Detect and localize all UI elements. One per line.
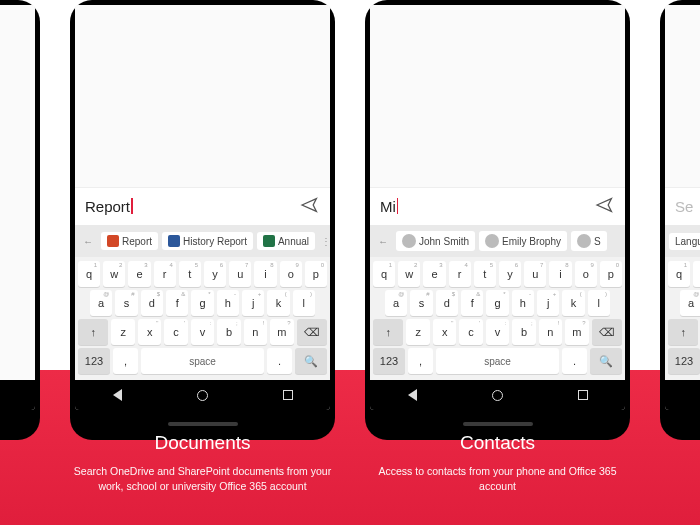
- caption-body: Access to contacts from your phone and O…: [365, 464, 630, 494]
- key-period[interactable]: .: [562, 348, 587, 374]
- key-k[interactable]: k(: [267, 290, 289, 316]
- key-d[interactable]: d$: [436, 290, 458, 316]
- key-i[interactable]: i8: [549, 261, 571, 287]
- key-c[interactable]: c': [164, 319, 187, 345]
- key-backspace[interactable]: ⌫: [592, 319, 622, 345]
- key-space[interactable]: space: [141, 348, 264, 374]
- key-backspace[interactable]: ⌫: [297, 319, 327, 345]
- person-icon: [402, 234, 416, 248]
- key-numbers[interactable]: 123: [78, 348, 110, 374]
- key-o[interactable]: o9: [575, 261, 597, 287]
- key-z[interactable]: z: [406, 319, 429, 345]
- key-n[interactable]: n!: [244, 319, 267, 345]
- key-v[interactable]: v:: [486, 319, 509, 345]
- text-input[interactable]: Se: [675, 196, 700, 217]
- key-r[interactable]: r4: [154, 261, 176, 287]
- send-icon[interactable]: [300, 197, 320, 217]
- key-l[interactable]: l): [588, 290, 610, 316]
- key-s[interactable]: s#: [115, 290, 137, 316]
- key-k[interactable]: k(: [562, 290, 584, 316]
- key-c[interactable]: c': [459, 319, 482, 345]
- key-g[interactable]: g*: [191, 290, 213, 316]
- text-input[interactable]: Mi: [380, 196, 595, 217]
- suggestion-item[interactable]: History Report: [162, 232, 253, 250]
- person-icon: [485, 234, 499, 248]
- key-m[interactable]: m?: [565, 319, 588, 345]
- key-w[interactable]: w2: [693, 261, 700, 287]
- send-icon[interactable]: [595, 197, 615, 217]
- suggestion-item[interactable]: Emily Brophy: [479, 231, 567, 251]
- key-f[interactable]: f&: [166, 290, 188, 316]
- key-n[interactable]: n!: [539, 319, 562, 345]
- suggestion-back-icon[interactable]: ←: [79, 236, 97, 247]
- suggestion-item[interactable]: John Smith: [396, 231, 475, 251]
- nav-home-icon[interactable]: [492, 390, 503, 401]
- suggestion-back-icon[interactable]: ←: [374, 236, 392, 247]
- key-shift[interactable]: ↑: [78, 319, 108, 345]
- key-j[interactable]: j+: [242, 290, 264, 316]
- suggestion-bar: ← John Smith Emily Brophy S: [370, 225, 625, 257]
- key-numbers[interactable]: 123: [373, 348, 405, 374]
- key-w[interactable]: w2: [103, 261, 125, 287]
- key-a[interactable]: a@: [90, 290, 112, 316]
- key-i[interactable]: i8: [254, 261, 276, 287]
- key-o[interactable]: o9: [280, 261, 302, 287]
- key-p[interactable]: p0: [305, 261, 327, 287]
- key-comma[interactable]: ,: [113, 348, 138, 374]
- key-comma[interactable]: ,: [408, 348, 433, 374]
- key-a[interactable]: a@: [385, 290, 407, 316]
- key-v[interactable]: v:: [191, 319, 214, 345]
- caption-documents: Documents Search OneDrive and SharePoint…: [70, 432, 335, 494]
- key-p[interactable]: p0: [600, 261, 622, 287]
- key-d[interactable]: d$: [141, 290, 163, 316]
- key-t[interactable]: t5: [474, 261, 496, 287]
- key-m[interactable]: m?: [270, 319, 293, 345]
- text-input[interactable]: Report: [85, 196, 300, 217]
- key-j[interactable]: j+: [537, 290, 559, 316]
- key-x[interactable]: x": [138, 319, 161, 345]
- key-s[interactable]: s#: [410, 290, 432, 316]
- key-q[interactable]: q1: [78, 261, 100, 287]
- key-y[interactable]: y6: [499, 261, 521, 287]
- key-w[interactable]: w2: [398, 261, 420, 287]
- key-g[interactable]: g*: [486, 290, 508, 316]
- key-space[interactable]: space: [436, 348, 559, 374]
- key-r[interactable]: r4: [449, 261, 471, 287]
- nav-recent-icon[interactable]: [283, 390, 293, 400]
- android-navbar: [75, 380, 330, 410]
- app-content: Report: [75, 5, 330, 225]
- key-h[interactable]: h-: [512, 290, 534, 316]
- person-icon: [577, 234, 591, 248]
- key-search[interactable]: 🔍: [295, 348, 327, 374]
- key-b[interactable]: b;: [512, 319, 535, 345]
- key-b[interactable]: b;: [217, 319, 240, 345]
- key-e[interactable]: e3: [423, 261, 445, 287]
- key-numbers[interactable]: 123: [668, 348, 700, 374]
- key-f[interactable]: f&: [461, 290, 483, 316]
- key-e[interactable]: e3: [128, 261, 150, 287]
- nav-back-icon[interactable]: [113, 389, 122, 401]
- key-y[interactable]: y6: [204, 261, 226, 287]
- key-u[interactable]: u7: [229, 261, 251, 287]
- suggestion-item[interactable]: Report: [101, 232, 158, 250]
- key-z[interactable]: z: [111, 319, 134, 345]
- key-u[interactable]: u7: [524, 261, 546, 287]
- suggestion-more-icon[interactable]: ⋮: [319, 236, 330, 247]
- key-shift[interactable]: ↑: [668, 319, 698, 345]
- key-t[interactable]: t5: [179, 261, 201, 287]
- key-shift[interactable]: ↑: [373, 319, 403, 345]
- key-search[interactable]: 🔍: [590, 348, 622, 374]
- key-x[interactable]: x": [433, 319, 456, 345]
- key-q[interactable]: q1: [373, 261, 395, 287]
- nav-home-icon[interactable]: [197, 390, 208, 401]
- nav-recent-icon[interactable]: [578, 390, 588, 400]
- key-period[interactable]: .: [267, 348, 292, 374]
- key-a[interactable]: a@: [680, 290, 700, 316]
- suggestion-item[interactable]: Langua: [669, 233, 700, 250]
- key-h[interactable]: h-: [217, 290, 239, 316]
- key-q[interactable]: q1: [668, 261, 690, 287]
- nav-back-icon[interactable]: [408, 389, 417, 401]
- suggestion-item[interactable]: Annual: [257, 232, 315, 250]
- suggestion-item[interactable]: S: [571, 231, 607, 251]
- key-l[interactable]: l): [293, 290, 315, 316]
